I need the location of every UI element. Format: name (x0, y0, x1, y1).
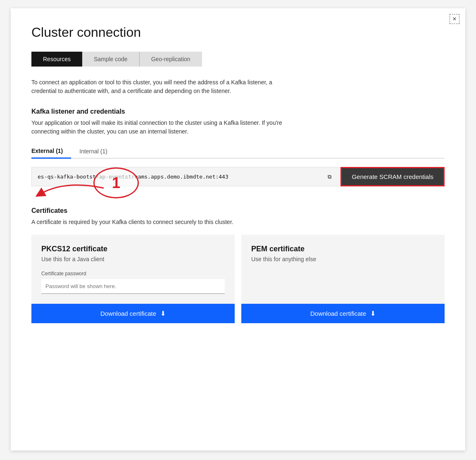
bootstrap-server-value: es-qs-kafka-bootstrap-eventstreams.apps.… (38, 174, 228, 180)
listener-tab-external[interactable]: External (1) (31, 144, 71, 159)
pkcs12-card-subtitle: Use this for a Java client (41, 256, 225, 262)
download-icon-pem: ⬇ (370, 310, 376, 317)
bootstrap-server-row: es-qs-kafka-bootstrap-eventstreams.apps.… (31, 167, 445, 186)
main-description: To connect an application or tool to thi… (31, 78, 296, 95)
pem-card-subtitle: Use this for anything else (251, 256, 435, 262)
bootstrap-server-input: es-qs-kafka-bootstrap-eventstreams.apps.… (31, 167, 340, 186)
pkcs12-download-label: Download certificate (100, 310, 156, 317)
download-icon: ⬇ (160, 310, 166, 317)
tab-geo-replication[interactable]: Geo-replication (140, 52, 202, 67)
cert-password-field[interactable] (41, 279, 225, 294)
listener-tab-internal[interactable]: Internal (1) (79, 144, 116, 158)
certificates-section: Certificates A certificate is required b… (31, 207, 445, 323)
cert-password-label: Certificate password (41, 271, 225, 276)
pkcs12-download-button[interactable]: Download certificate ⬇ (31, 304, 235, 323)
generate-scram-button[interactable]: Generate SCRAM credentials (340, 167, 445, 186)
modal-title: Cluster connection (31, 25, 445, 40)
pkcs12-cert-card: PKCS12 certificate Use this for a Java c… (31, 235, 235, 323)
close-icon: × (452, 15, 456, 23)
close-button[interactable]: × (450, 14, 459, 24)
cluster-connection-modal: × Cluster connection Resources Sample co… (11, 8, 465, 450)
cert-cards-container: PKCS12 certificate Use this for a Java c… (31, 235, 445, 323)
pem-cert-card: PEM certificate Use this for anything el… (241, 235, 445, 323)
tab-resources[interactable]: Resources (31, 52, 82, 67)
kafka-section-description: Your application or tool will make its i… (31, 119, 296, 136)
tab-sample-code[interactable]: Sample code (82, 52, 139, 67)
pem-download-button[interactable]: Download certificate ⬇ (241, 304, 445, 323)
certificates-title: Certificates (31, 207, 445, 215)
pem-download-label: Download certificate (310, 310, 366, 317)
pkcs12-card-title: PKCS12 certificate (41, 245, 225, 253)
certificates-description: A certificate is required by your Kafka … (31, 218, 296, 226)
copy-icon[interactable]: ⧉ (324, 174, 335, 180)
pem-card-title: PEM certificate (251, 245, 435, 253)
listener-tabs-container: External (1) Internal (1) (31, 144, 445, 159)
kafka-section-title: Kafka listener and credentials (31, 108, 445, 115)
main-tabs: Resources Sample code Geo-replication (31, 52, 445, 67)
